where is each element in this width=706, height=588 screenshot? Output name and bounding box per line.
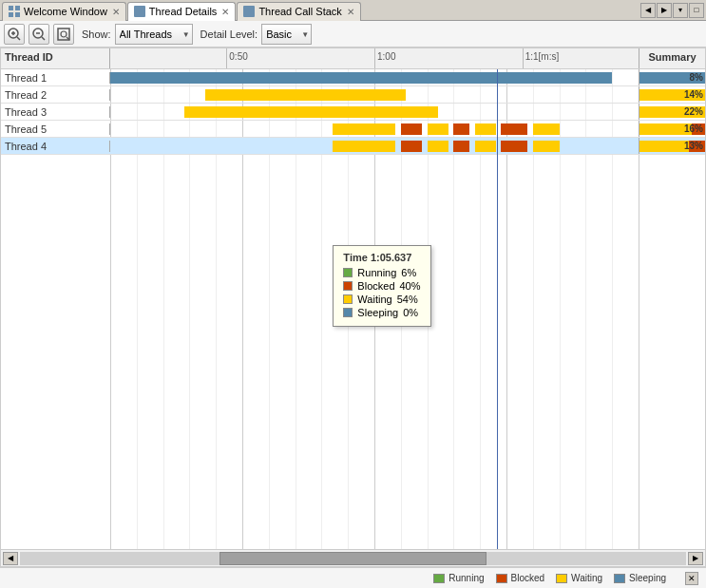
thread-bar-blocked — [453, 123, 469, 135]
tooltip-title: Time 1:05.637 — [343, 252, 420, 263]
thread-bar-waiting — [184, 106, 438, 118]
legend-color-box — [556, 574, 567, 583]
tab-nav-buttons: ◀ ▶ ▾ □ — [640, 3, 704, 18]
main-timeline: Thread ID 0:50 1:00 1:1[m:s] Summary Thr… — [0, 47, 706, 567]
tooltip-color-box — [343, 308, 353, 317]
scrollbar-thumb[interactable] — [219, 552, 486, 565]
tab-call-stack-close[interactable]: ✕ — [347, 7, 354, 17]
toolbar: Show: All Threads Detail Level: Basic — [0, 21, 706, 47]
thread-row[interactable]: Thread 322% — [1, 104, 705, 121]
summary-pct: 8% — [690, 72, 703, 83]
tab-thread-details-close[interactable]: ✕ — [221, 7, 229, 17]
tab-bar: Welcome Window ✕ Thread Details ✕ Thread… — [0, 0, 706, 21]
thread-bar-waiting — [533, 141, 560, 152]
tooltip-pct: 6% — [401, 267, 416, 278]
thread-row[interactable]: Thread 516% — [1, 121, 705, 138]
zoom-in-button[interactable] — [4, 24, 25, 45]
thread-bar-waiting — [428, 141, 448, 152]
detail-dropdown[interactable]: Basic — [261, 24, 312, 45]
scrollbar-track[interactable] — [20, 552, 686, 565]
ruler-tick-100: 1:00 — [374, 48, 395, 68]
tooltip-item: Running6% — [343, 267, 420, 278]
tooltip-item: Sleeping0% — [343, 307, 420, 318]
legend-color-box — [614, 574, 625, 583]
legend-color-box — [496, 574, 507, 583]
svg-rect-2 — [9, 12, 13, 17]
ruler-tick-050: 0:50 — [226, 48, 247, 68]
thread-bar-waiting — [428, 123, 448, 135]
show-dropdown-wrapper: All Threads — [115, 24, 193, 45]
thread-summary: 8% — [639, 69, 705, 85]
thread-bar-sleeping — [110, 72, 612, 84]
thread-row[interactable]: Thread 413% — [1, 138, 705, 155]
tab-welcome[interactable]: Welcome Window ✕ — [2, 2, 126, 21]
tab-call-stack[interactable]: Thread Call Stack ✕ — [237, 2, 360, 21]
tooltip: Time 1:05.637 Running6%Blocked40%Waiting… — [333, 245, 430, 327]
tab-thread-details[interactable]: Thread Details ✕ — [127, 2, 237, 21]
legend-label: Blocked — [511, 573, 545, 583]
thread-timeline — [110, 121, 639, 137]
tab-list-button[interactable]: ▾ — [673, 3, 688, 18]
thread-bar-blocked — [401, 123, 422, 135]
timeline-header: Thread ID 0:50 1:00 1:1[m:s] Summary — [1, 48, 705, 69]
summary-pct: 13% — [684, 141, 703, 151]
zoom-fit-button[interactable] — [53, 24, 74, 45]
thread-rows: Thread 18%Thread 214%Thread 322%Thread 5… — [1, 69, 705, 549]
tooltip-label: Waiting — [357, 294, 391, 305]
svg-line-10 — [42, 37, 45, 40]
tab-welcome-close[interactable]: ✕ — [112, 7, 120, 17]
show-label: Show: — [82, 28, 111, 40]
show-dropdown[interactable]: All Threads — [115, 24, 193, 45]
tooltip-color-box — [343, 281, 353, 291]
thread-name: Thread 4 — [1, 141, 110, 152]
thread-row[interactable]: Thread 214% — [1, 86, 705, 104]
legend-item: Running — [433, 573, 484, 583]
legend-label: Sleeping — [629, 573, 666, 583]
legend-label: Waiting — [571, 573, 602, 583]
tab-call-stack-label: Thread Call Stack — [258, 6, 341, 17]
svg-point-12 — [61, 31, 67, 37]
tooltip-pct: 40% — [400, 280, 421, 292]
thread-timeline — [110, 69, 639, 85]
tooltip-pct: 54% — [397, 294, 418, 305]
thread-timeline — [110, 138, 639, 154]
zoom-out-button[interactable] — [29, 24, 49, 45]
tooltip-item: Blocked40% — [343, 280, 420, 292]
thread-bar-waiting — [205, 89, 406, 101]
thread-bar-waiting — [333, 141, 396, 152]
tab-prev-button[interactable]: ◀ — [640, 3, 656, 18]
timeline-ruler: 0:50 1:00 1:1[m:s] — [110, 48, 639, 68]
legend-item: Blocked — [496, 573, 545, 583]
scroll-right-button[interactable]: ▶ — [688, 552, 703, 565]
thread-timeline — [110, 86, 639, 103]
svg-rect-0 — [9, 6, 13, 10]
scrollbar-area: ◀ ▶ — [1, 549, 705, 566]
legend-color-box — [433, 574, 445, 583]
ruler-tick-11: 1:1[m:s] — [523, 48, 560, 68]
tooltip-label: Running — [357, 267, 396, 278]
svg-line-7 — [17, 37, 20, 40]
thread-bar-blocked — [401, 141, 422, 152]
detail-label: Detail Level: — [200, 28, 258, 40]
thread-name: Thread 1 — [1, 72, 110, 84]
detail-dropdown-wrapper: Basic — [261, 24, 312, 45]
thread-bar-waiting — [475, 141, 496, 152]
scroll-left-button[interactable]: ◀ — [3, 552, 18, 565]
legend-bar: RunningBlockedWaitingSleeping ✕ — [0, 567, 706, 588]
legend-close-button[interactable]: ✕ — [685, 572, 698, 585]
svg-rect-3 — [15, 12, 20, 17]
tab-next-button[interactable]: ▶ — [657, 3, 672, 18]
thread-name: Thread 2 — [1, 89, 110, 101]
thread-bar-blocked — [453, 141, 469, 152]
thread-row[interactable]: Thread 18% — [1, 69, 705, 86]
tooltip-item: Waiting54% — [343, 294, 420, 305]
tab-new-button[interactable]: □ — [689, 3, 704, 18]
thread-timeline — [110, 104, 639, 120]
summary-pct: 22% — [684, 106, 703, 117]
tooltip-color-box — [343, 294, 353, 304]
tooltip-pct: 0% — [403, 307, 418, 318]
svg-rect-1 — [15, 6, 20, 10]
thread-summary: 13% — [639, 138, 705, 154]
summary-pct: 16% — [684, 123, 703, 134]
summary-pct: 14% — [684, 89, 703, 100]
